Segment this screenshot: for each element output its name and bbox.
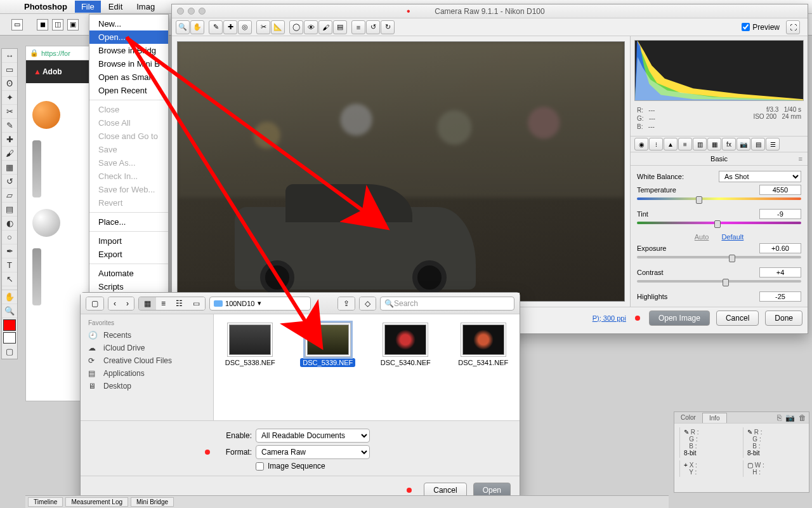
slider-2[interactable] xyxy=(32,248,41,305)
file-item[interactable]: DSC_5341.NEF xyxy=(454,324,514,366)
rotate-cw-icon[interactable]: ↻ xyxy=(381,20,395,34)
menu-item-automate[interactable]: Automate xyxy=(89,267,168,280)
type-tool-icon[interactable]: T xyxy=(2,258,17,272)
pen-tool-icon[interactable]: ✒ xyxy=(2,244,17,258)
brush-tool-icon[interactable]: 🖌 xyxy=(2,147,17,161)
fx-tab-icon[interactable]: fx xyxy=(722,138,736,150)
contrast-slider[interactable] xyxy=(637,280,801,286)
menu-item-save-for-web-[interactable]: Save for Web... xyxy=(89,183,168,196)
menu-item-save-as-[interactable]: Save As... xyxy=(89,156,168,170)
tint-value[interactable]: -9 xyxy=(759,209,801,219)
mode-icon-3[interactable]: ▣ xyxy=(67,19,79,30)
exposure-value[interactable]: +0.60 xyxy=(759,243,801,253)
apple-icon[interactable] xyxy=(8,6,16,8)
enable-select[interactable]: All Readable Documents xyxy=(256,429,370,443)
cancel-button[interactable]: Cancel xyxy=(716,311,759,326)
wand-tool-icon[interactable]: ✦ xyxy=(2,91,17,105)
file-browser[interactable]: DSC_5338.NEFDSC_5339.NEFDSC_5340.NEFDSC_… xyxy=(214,314,520,420)
menu-item-close-and-go-to[interactable]: Close and Go to xyxy=(89,130,168,143)
file-item[interactable]: DSC_5339.NEF xyxy=(298,324,358,366)
crop-tool-icon[interactable]: ✂ xyxy=(256,20,270,34)
gallery-view-button[interactable]: ▭ xyxy=(188,297,205,310)
temperature-value[interactable]: 4550 xyxy=(759,185,801,195)
timeline-tab[interactable]: Timeline xyxy=(28,497,63,507)
done-button[interactable]: Done xyxy=(765,311,802,326)
app-name[interactable]: Photoshop xyxy=(18,1,74,13)
sidebar-item-recents[interactable]: 🕘Recents xyxy=(88,329,206,342)
mode-icon-2[interactable]: ◫ xyxy=(52,19,63,30)
temperature-slider[interactable] xyxy=(637,197,801,204)
quickmask-icon[interactable]: ▢ xyxy=(2,345,17,359)
trash-icon[interactable]: 🗑 xyxy=(799,413,806,422)
tags-icon[interactable]: ◇ xyxy=(360,297,376,310)
menu-item-import[interactable]: Import xyxy=(89,234,168,248)
menu-item-open-recent[interactable]: Open Recent xyxy=(89,84,168,97)
file-item[interactable]: DSC_5338.NEF xyxy=(220,324,280,366)
menu-file[interactable]: File xyxy=(75,1,101,13)
straighten-icon[interactable]: 📐 xyxy=(271,20,285,34)
highlights-value[interactable]: -25 xyxy=(759,291,801,302)
auto-link[interactable]: Auto xyxy=(695,233,709,241)
stamp-tool-icon[interactable]: ▦ xyxy=(2,161,17,175)
preview-image[interactable] xyxy=(177,41,625,302)
background-swatch[interactable] xyxy=(3,332,16,344)
menu-item-browse-in-mini-b[interactable]: Browse in Mini B xyxy=(89,57,168,70)
camera-icon[interactable]: 📷 xyxy=(785,413,795,422)
preview-checkbox[interactable] xyxy=(742,23,750,31)
workflow-link[interactable]: P); 300 ppi xyxy=(593,314,626,322)
minimize-icon[interactable] xyxy=(188,8,195,15)
marquee-icon[interactable]: ▭ xyxy=(11,19,23,30)
menu-item-new-[interactable]: New... xyxy=(89,17,168,30)
exposure-slider[interactable] xyxy=(637,256,801,262)
heal-tool-icon[interactable]: ✚ xyxy=(2,133,17,147)
zoom-tool-icon[interactable]: 🔍 xyxy=(176,20,190,34)
rotate-ccw-icon[interactable]: ↺ xyxy=(366,20,380,34)
move-tool-icon[interactable]: ↔ xyxy=(2,49,17,63)
spot-icon[interactable]: ◯ xyxy=(289,20,303,34)
mode-icon-1[interactable]: ◼ xyxy=(37,19,48,30)
format-select[interactable]: Camera Raw xyxy=(256,445,370,459)
split-tab-icon[interactable]: ▥ xyxy=(693,138,707,150)
zoom-icon[interactable] xyxy=(199,8,206,15)
camera-tab-icon[interactable]: 📷 xyxy=(737,138,750,150)
gradient-icon[interactable]: ▤ xyxy=(333,20,347,34)
close-icon[interactable] xyxy=(177,8,184,15)
path-selector[interactable]: 100ND10 ▾ xyxy=(209,297,311,311)
contrast-value[interactable]: +4 xyxy=(759,267,801,277)
tint-slider[interactable] xyxy=(637,222,801,228)
forward-button[interactable]: › xyxy=(121,297,134,310)
curve-tab-icon[interactable]: ⫶ xyxy=(649,138,663,150)
adjust-brush-icon[interactable]: 🖌 xyxy=(318,20,332,34)
menu-item-scripts[interactable]: Scripts xyxy=(89,280,168,293)
color-tab[interactable]: Color xyxy=(674,413,702,422)
image-sequence-checkbox[interactable] xyxy=(256,462,264,471)
fullscreen-icon[interactable]: ⛶ xyxy=(786,20,800,34)
wb-select[interactable]: As Shot xyxy=(719,171,801,182)
history-brush-icon[interactable]: ↺ xyxy=(2,175,17,189)
hand-tool-icon[interactable]: ✋ xyxy=(2,290,17,304)
histogram[interactable] xyxy=(634,40,804,101)
lasso-tool-icon[interactable]: ʘ xyxy=(2,77,17,91)
crop-tool-icon[interactable]: ✂ xyxy=(2,105,17,119)
back-button[interactable]: ‹ xyxy=(108,297,121,310)
basic-tab-icon[interactable]: ◉ xyxy=(634,138,648,150)
path-tool-icon[interactable]: ↖ xyxy=(2,272,17,286)
redeye-icon[interactable]: 👁 xyxy=(304,20,318,34)
link-icon[interactable]: ⎘ xyxy=(777,413,782,422)
sidebar-item-icloud-drive[interactable]: ☁︎iCloud Drive xyxy=(88,342,206,354)
menu-item-export[interactable]: Export xyxy=(89,248,168,261)
minibridge-tab[interactable]: Mini Bridge xyxy=(131,497,174,507)
list-icon[interactable]: ≡ xyxy=(351,20,365,34)
menu-item-close[interactable]: Close xyxy=(89,103,168,116)
menu-image[interactable]: Imag xyxy=(130,1,161,13)
dodge-tool-icon[interactable]: ○ xyxy=(2,231,17,244)
list-view-button[interactable]: ≡ xyxy=(156,297,171,310)
wb-tool-icon[interactable]: ✎ xyxy=(209,20,223,34)
target-adjust-icon[interactable]: ◎ xyxy=(238,20,252,34)
file-item[interactable]: DSC_5340.NEF xyxy=(376,324,436,366)
presets-tab-icon[interactable]: ▤ xyxy=(751,138,765,150)
color-sampler-icon[interactable]: ✚ xyxy=(223,20,237,34)
default-link[interactable]: Default xyxy=(721,233,743,241)
blur-tool-icon[interactable]: ◐ xyxy=(2,217,17,231)
slider-1[interactable] xyxy=(32,140,41,197)
